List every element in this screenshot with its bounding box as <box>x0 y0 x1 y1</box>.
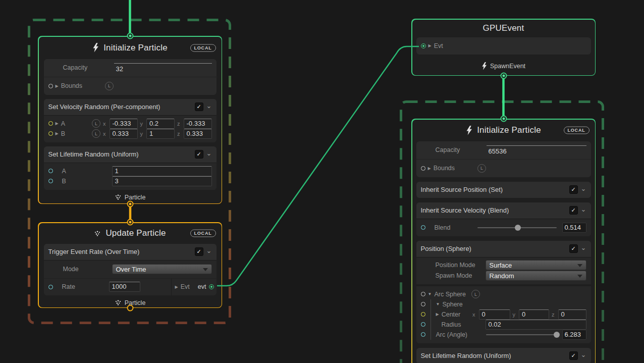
foldout-triangle-icon[interactable]: ▶ <box>56 121 59 126</box>
local-lock-icon[interactable]: L <box>92 129 100 138</box>
lifetime-a-port[interactable] <box>48 169 53 173</box>
block-enabled-checkbox[interactable]: ✓ <box>569 206 578 215</box>
rate-port[interactable] <box>48 285 53 289</box>
lifetime-a-field[interactable]: 1 <box>112 166 212 176</box>
flow-output-port-update[interactable] <box>127 305 134 312</box>
arc-angle-slider[interactable] <box>486 334 557 335</box>
chevron-down-icon[interactable]: ⌄ <box>581 352 586 357</box>
block-enabled-checkbox[interactable]: ✓ <box>569 244 578 253</box>
foldout-triangle-icon[interactable]: ▶ <box>436 312 439 317</box>
evt-output-port[interactable] <box>209 284 214 289</box>
local-space-badge[interactable]: LOCAL <box>190 44 216 51</box>
capacity-field[interactable]: 32 <box>114 63 212 73</box>
velocity-b-y-field[interactable]: 1 <box>146 129 175 139</box>
block-position-sphere[interactable]: Position (Sphere) ✓ ⌄ Position Mode Surf… <box>416 241 591 343</box>
flow-input-port-update[interactable] <box>127 219 134 226</box>
local-lock-icon[interactable]: L <box>471 290 480 298</box>
blend-slider[interactable] <box>477 227 557 228</box>
chevron-down-icon[interactable]: ⌄ <box>581 207 586 212</box>
rate-field[interactable]: 1000 <box>109 282 140 292</box>
foldout-triangle-icon[interactable]: ▶ <box>428 166 431 171</box>
center-row: ▶ Center x 0 y 0 z 0 <box>416 309 591 320</box>
block-enabled-checkbox[interactable]: ✓ <box>569 185 578 194</box>
local-space-badge[interactable]: LOCAL <box>190 230 216 237</box>
blend-value-field[interactable]: 0.514 <box>562 223 586 233</box>
chevron-down-icon[interactable]: ⌄ <box>581 245 586 250</box>
slider-handle[interactable] <box>554 332 560 338</box>
block-enabled-checkbox[interactable]: ✓ <box>195 150 203 159</box>
velocity-a-z-field[interactable]: -0.333 <box>184 119 212 129</box>
foldout-open-triangle-icon[interactable]: ▼ <box>428 292 432 296</box>
capacity-field[interactable]: 65536 <box>487 145 586 155</box>
blend-port[interactable] <box>421 225 425 230</box>
node-header: Update Particle LOCAL <box>39 223 222 244</box>
flow-output-port-gpuevent[interactable] <box>500 73 507 79</box>
lightning-icon <box>481 62 487 70</box>
sphere-port[interactable] <box>421 302 425 306</box>
arc-angle-value-field[interactable]: 6.283 <box>562 330 586 340</box>
block-inherit-source-position[interactable]: Inherit Source Position (Set) ✓ ⌄ <box>416 182 591 198</box>
velocity-b-z-field[interactable]: 0.333 <box>184 129 212 139</box>
context-node-initialize-left[interactable]: Initialize Particle LOCAL Capacity 32 ▶ … <box>38 36 222 204</box>
lifetime-b-field[interactable]: 3 <box>112 176 212 186</box>
foldout-triangle-icon[interactable]: ▶ <box>428 43 432 48</box>
local-lock-icon[interactable]: L <box>477 164 486 173</box>
flow-input-port-init-left[interactable] <box>127 33 133 39</box>
lifetime-a-row: A 1 <box>44 166 217 176</box>
chevron-down-icon[interactable]: ⌄ <box>206 248 212 253</box>
chevron-down-icon[interactable]: ⌄ <box>206 151 212 156</box>
velocity-b-x-field[interactable]: 0.333 <box>110 129 138 139</box>
mode-dropdown[interactable]: Over Time <box>112 264 212 274</box>
slider-handle[interactable] <box>515 225 521 231</box>
radius-port[interactable] <box>421 322 425 327</box>
velocity-b-port[interactable] <box>48 131 53 136</box>
block-set-lifetime-random[interactable]: Set Lifetime Random (Uniform) ✓ ⌄ A 1 B … <box>44 146 217 190</box>
context-node-gpuevent[interactable]: GPUEvent ▶ Evt SpawnEvent <box>411 19 596 76</box>
bounds-port[interactable] <box>421 166 425 171</box>
axis-z-label: z <box>177 131 180 137</box>
center-y-field[interactable]: 0 <box>519 309 549 320</box>
block-set-lifetime-random[interactable]: Set Lifetime Random (Uniform) ✓ ⌄ <box>416 348 591 363</box>
block-inherit-source-velocity[interactable]: Inherit Source Velocity (Blend) ✓ ⌄ Blen… <box>416 202 591 236</box>
data-edge-evt-to-gpuevent[interactable] <box>217 46 419 286</box>
evt-input-port[interactable] <box>421 43 426 48</box>
vfx-graph-canvas[interactable]: { "glyphs": {"check": "✓", "chevron_down… <box>0 0 644 363</box>
context-node-initialize-right[interactable]: Initialize Particle LOCAL Capacity 65536… <box>411 119 596 363</box>
lifetime-b-port[interactable] <box>48 179 53 183</box>
spawn-mode-dropdown[interactable]: Random <box>486 271 586 281</box>
block-set-velocity-random[interactable]: Set Velocity Random (Per-component) ✓ ⌄ … <box>44 99 217 142</box>
chevron-down-icon[interactable]: ⌄ <box>206 103 212 109</box>
block-enabled-checkbox[interactable]: ✓ <box>569 351 578 360</box>
bounds-port[interactable] <box>48 84 53 88</box>
center-port[interactable] <box>421 312 425 317</box>
foldout-open-triangle-icon[interactable]: ▼ <box>436 302 440 306</box>
center-z-field[interactable]: 0 <box>558 309 586 320</box>
radius-field[interactable]: 0.02 <box>486 320 586 330</box>
position-mode-row: Position Mode Surface <box>416 260 591 271</box>
flow-output-port-init-left[interactable] <box>127 201 134 208</box>
velocity-a-y-field[interactable]: 0.2 <box>146 119 175 129</box>
flow-anchor-label: SpawnEvent <box>490 63 525 70</box>
gpuevent-input-panel: ▶ Evt <box>416 37 591 55</box>
chevron-down-icon[interactable]: ⌄ <box>581 186 586 191</box>
local-lock-icon[interactable]: L <box>105 82 114 90</box>
context-node-update[interactable]: Update Particle LOCAL Trigger Event Rate… <box>38 222 222 308</box>
block-enabled-checkbox[interactable]: ✓ <box>195 247 203 256</box>
block-trigger-event-rate[interactable]: Trigger Event Rate (Over Time) ✓ ⌄ Mode … <box>44 244 217 295</box>
velocity-a-x-field[interactable]: -0.333 <box>110 119 138 129</box>
arc-angle-port[interactable] <box>421 332 425 337</box>
position-mode-dropdown[interactable]: Surface <box>486 260 586 270</box>
center-x-field[interactable]: 0 <box>479 309 510 320</box>
evt-output-label: evt <box>198 283 206 290</box>
node-title: GPUEvent <box>483 23 524 33</box>
foldout-triangle-icon[interactable]: ▶ <box>56 131 59 136</box>
foldout-triangle-icon[interactable]: ▶ <box>175 285 178 289</box>
foldout-triangle-icon[interactable]: ▶ <box>56 84 59 88</box>
block-enabled-checkbox[interactable]: ✓ <box>195 102 203 111</box>
local-lock-icon[interactable]: L <box>92 119 100 128</box>
block-title: Set Velocity Random (Per-component) <box>48 103 192 111</box>
flow-input-port-init-right[interactable] <box>500 116 507 122</box>
arc-sphere-port[interactable] <box>421 292 425 296</box>
velocity-a-port[interactable] <box>48 121 53 126</box>
local-space-badge[interactable]: LOCAL <box>564 127 589 134</box>
